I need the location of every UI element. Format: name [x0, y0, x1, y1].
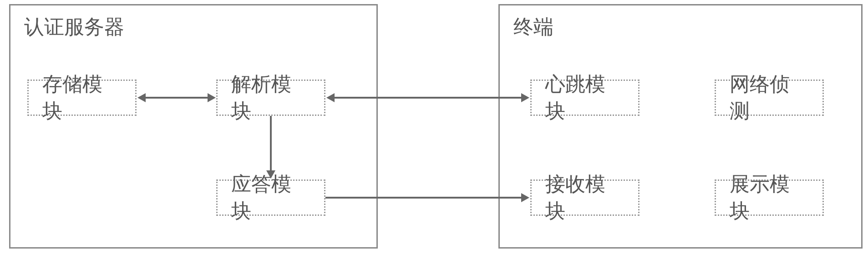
arrow-storage-parse: [145, 97, 208, 99]
arrow-parse-heartbeat: [334, 97, 522, 99]
storage-module-label: 存储模块: [42, 71, 122, 125]
parse-module: 解析模块: [216, 80, 325, 116]
arrow-parse-response-head: [266, 170, 275, 179]
heartbeat-module: 心跳模块: [530, 80, 640, 116]
arrow-parse-heartbeat-left: [326, 93, 335, 102]
heartbeat-module-label: 心跳模块: [545, 71, 624, 125]
arrow-response-receive: [325, 197, 522, 199]
terminal-title: 终端: [513, 14, 553, 40]
storage-module: 存储模块: [27, 80, 137, 116]
arrow-storage-parse-right: [208, 93, 216, 102]
network-module-label: 网络侦测: [730, 71, 809, 125]
auth-server-title: 认证服务器: [24, 14, 124, 40]
response-module: 应答模块: [216, 179, 325, 216]
receive-module: 接收模块: [530, 179, 640, 216]
arrow-response-receive-head: [521, 193, 529, 202]
receive-module-label: 接收模块: [545, 171, 624, 224]
response-module-label: 应答模块: [231, 171, 310, 224]
arrow-parse-heartbeat-right: [521, 93, 529, 102]
arrow-storage-parse-left: [137, 93, 146, 102]
arrow-parse-response: [270, 116, 272, 171]
display-module-label: 展示模块: [730, 171, 809, 224]
network-module: 网络侦测: [715, 80, 824, 116]
display-module: 展示模块: [715, 179, 824, 216]
